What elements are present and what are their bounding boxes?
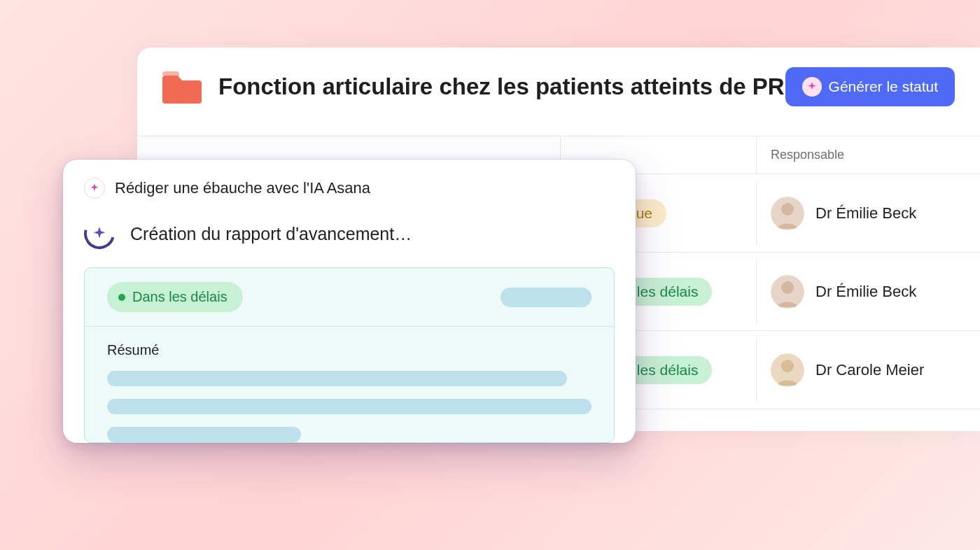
- svg-point-1: [781, 203, 794, 216]
- avatar: [771, 353, 804, 387]
- ai-draft-modal: Rédiger une ébauche avec l'IA Asana Créa…: [63, 160, 636, 443]
- project-header: Fonction articulaire chez les patients a…: [137, 48, 980, 136]
- status-dot-icon: [118, 294, 125, 301]
- svg-point-3: [781, 281, 794, 294]
- generate-status-label: Générer le statut: [829, 78, 938, 95]
- status-badge: Dans les délais: [107, 282, 243, 312]
- owner-name: Dr Carole Meier: [816, 361, 924, 379]
- ai-progress-row: Création du rapport d'avancement…: [63, 206, 636, 267]
- folder-icon: [162, 70, 202, 104]
- ai-modal-title: Rédiger une ébauche avec l'IA Asana: [115, 179, 370, 197]
- placeholder-line: [107, 399, 592, 414]
- ai-sparkle-icon: [802, 77, 822, 97]
- loading-spinner-icon: [84, 218, 115, 249]
- ai-sparkle-icon: [84, 178, 105, 199]
- owner-name: Dr Émilie Beck: [816, 283, 916, 301]
- ai-modal-header: Rédiger une ébauche avec l'IA Asana: [63, 160, 636, 206]
- svg-point-5: [781, 360, 794, 372]
- placeholder-line: [500, 288, 592, 307]
- project-title: Fonction articulaire chez les patients a…: [218, 73, 785, 100]
- summary-label: Résumé: [107, 342, 592, 358]
- generate-status-button[interactable]: Générer le statut: [785, 67, 955, 106]
- ai-progress-text: Création du rapport d'avancement…: [130, 224, 412, 244]
- placeholder-line: [107, 427, 301, 442]
- owner-name: Dr Émilie Beck: [816, 204, 916, 223]
- placeholder-line: [107, 371, 567, 386]
- ai-draft-preview: Dans les délais Résumé: [84, 267, 615, 443]
- avatar: [771, 197, 804, 230]
- column-header-owner: Responsable: [756, 136, 980, 174]
- avatar: [771, 275, 804, 309]
